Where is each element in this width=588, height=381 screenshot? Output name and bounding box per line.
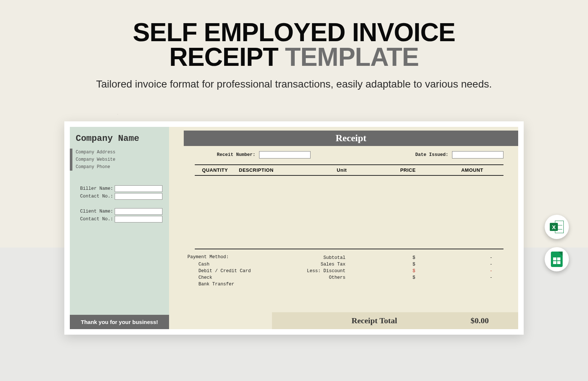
col-quantity: QUANTITY [195, 167, 235, 173]
company-address: Company Address [70, 149, 163, 156]
payment-method-item: Debit / Credit Card [187, 268, 290, 274]
payment-method-item: Cash [187, 261, 290, 268]
biller-contact-input[interactable] [115, 193, 162, 200]
party-fields: Biller Name: Contact No.: Client Name: C… [70, 174, 169, 224]
payment-method-title: Payment Method: [187, 254, 290, 260]
title-line2-a: RECEIPT [169, 43, 278, 71]
receipt-number-input[interactable] [259, 151, 311, 159]
client-contact-label: Contact No.: [76, 217, 113, 222]
biller-name-input[interactable] [115, 185, 162, 192]
excel-icon: X [550, 220, 564, 234]
col-amount: AMOUNT [441, 167, 503, 173]
biller-name-row: Biller Name: [76, 185, 162, 192]
date-issued-input[interactable] [452, 151, 503, 159]
biller-name-label: Biller Name: [76, 186, 113, 191]
biller-contact-label: Contact No.: [76, 194, 113, 199]
page-header: SELF EMPLOYED INVOICE RECEIPT TEMPLATE T… [0, 0, 588, 91]
total-label: Receipt Total [351, 316, 397, 325]
receipt-number-label: Receit Number: [217, 152, 255, 157]
company-website: Company Website [70, 156, 163, 163]
client-name-label: Client Name: [76, 209, 113, 214]
col-description: DESCRIPTION [235, 167, 309, 173]
title-line2-b: TEMPLATE [285, 43, 419, 71]
total-bar: Receipt Total $0.00 [272, 312, 518, 329]
thank-you-bar: Thank you for your business! [70, 315, 169, 329]
client-name-input[interactable] [115, 208, 162, 215]
main-panel: Receipt Receit Number: Date Issued: QUAN… [169, 127, 518, 329]
payment-method-item: Check [187, 274, 290, 281]
google-sheets-icon [551, 252, 563, 267]
meta-row: Receit Number: Date Issued: [217, 151, 503, 159]
biller-contact-row: Contact No.: [76, 193, 162, 200]
payment-method-item: Bank Transfer [187, 281, 290, 288]
receipt-banner: Receipt [184, 131, 518, 146]
receipt-document: Company Name Company Address Company Web… [70, 127, 518, 329]
summary-row-discount: Less: Discount $ - [290, 268, 503, 274]
summary-row-tax: Sales Tax $ - [290, 261, 503, 268]
format-badges: X [545, 215, 569, 271]
bottom-section: Payment Method: Cash Debit / Credit Card… [187, 254, 503, 288]
google-sheets-badge[interactable] [545, 247, 569, 271]
page-subtitle: Tailored invoice format for professional… [0, 77, 588, 91]
company-phone: Company Phone [70, 163, 163, 171]
payment-methods: Payment Method: Cash Debit / Credit Card… [187, 254, 290, 288]
col-unit: Unit [309, 167, 375, 173]
page-title: SELF EMPLOYED INVOICE RECEIPT TEMPLATE [0, 20, 588, 69]
line-items-body [195, 176, 503, 249]
date-issued-label: Date Issued: [415, 152, 448, 157]
summary-row-subtotal: Subtotal $ - [290, 254, 503, 261]
summary: Subtotal $ - Sales Tax $ - Less: Discoun… [290, 254, 503, 288]
company-name: Company Name [76, 133, 163, 143]
total-value: $0.00 [471, 316, 489, 325]
line-items-header: QUANTITY DESCRIPTION Unit PRICE AMOUNT [195, 164, 503, 176]
client-name-row: Client Name: [76, 208, 162, 215]
client-contact-input[interactable] [115, 216, 162, 222]
client-contact-row: Contact No.: [76, 216, 162, 222]
sidebar: Company Name Company Address Company Web… [70, 127, 169, 329]
receipt-number-field: Receit Number: [217, 151, 311, 159]
excel-badge[interactable]: X [545, 215, 569, 239]
summary-row-others: Others $ - [290, 274, 503, 281]
date-issued-field: Date Issued: [415, 151, 503, 159]
template-preview-card: Company Name Company Address Company Web… [64, 121, 524, 335]
col-price: PRICE [375, 167, 441, 173]
company-block: Company Name Company Address Company Web… [70, 127, 169, 174]
